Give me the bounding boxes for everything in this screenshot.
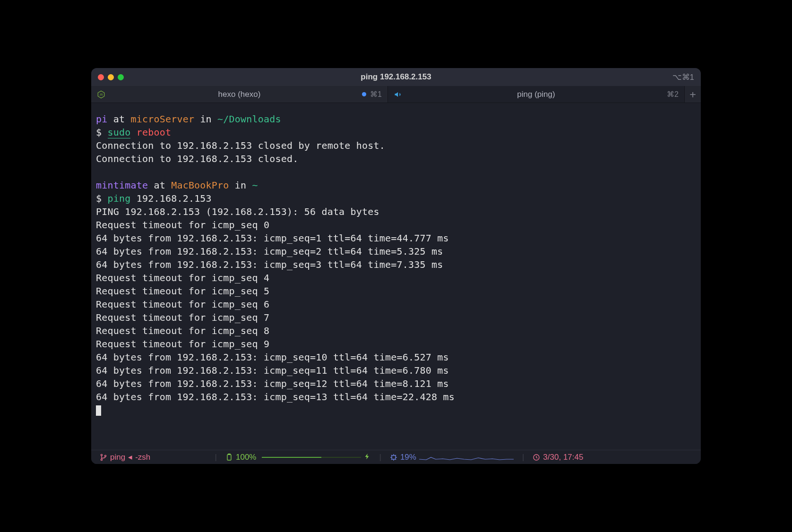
terminal-output[interactable]: pi at microServer in ~/Downloads $ sudo … [91, 103, 701, 450]
tab-shortcut: ⌘1 [370, 90, 382, 99]
cpu-icon [390, 454, 397, 461]
battery-value: 100% [236, 453, 256, 462]
output-line: Request timeout for icmp_seq 7 [96, 311, 696, 324]
cpu-value: 19% [400, 453, 416, 462]
bolt-icon [364, 453, 370, 462]
tab-shortcut: ⌘2 [667, 90, 679, 99]
minimize-button[interactable] [108, 74, 114, 80]
new-tab-button[interactable]: + [685, 86, 701, 103]
status-datetime: 3/30, 17:45 [529, 453, 587, 462]
prompt-path: ~/Downloads [217, 113, 281, 125]
cmd-reboot: reboot [137, 127, 171, 138]
tabbar: JS hexo (hexo) ⌘1 ping (ping) ⌘2 [91, 86, 701, 103]
battery-icon [225, 454, 233, 461]
maximize-button[interactable] [118, 74, 124, 80]
output-line: 64 bytes from 192.168.2.153: icmp_seq=2 … [96, 245, 696, 258]
output-line: 64 bytes from 192.168.2.153: icmp_seq=13… [96, 390, 696, 403]
output-line: Request timeout for icmp_seq 4 [96, 271, 696, 284]
command-line: $ sudo reboot [96, 126, 696, 139]
battery-graph [262, 457, 361, 458]
window-shortcut: ⌥⌘1 [672, 72, 694, 82]
command-line: $ ping 192.168.2.153 [96, 192, 696, 205]
status-cpu: 19% [386, 453, 517, 462]
activity-dot-icon [362, 92, 366, 96]
branch-icon [100, 454, 107, 461]
separator: | [377, 453, 383, 462]
prompt-path: ~ [252, 180, 258, 191]
output-line: 64 bytes from 192.168.2.153: icmp_seq=11… [96, 364, 696, 377]
output-line: 64 bytes from 192.168.2.153: icmp_seq=3 … [96, 258, 696, 271]
tab-label: ping (ping) [517, 90, 555, 99]
output-line: 64 bytes from 192.168.2.153: icmp_seq=1 … [96, 232, 696, 245]
prompt-host: MacBookPro [171, 180, 229, 191]
cmd-sudo: sudo [108, 127, 131, 138]
svg-point-4 [104, 455, 106, 456]
traffic-lights [98, 74, 124, 80]
statusbar: ping ◂ -zsh | 100% | [91, 450, 701, 464]
prompt-host: microServer [130, 113, 194, 125]
svg-rect-6 [228, 454, 230, 455]
svg-rect-5 [227, 455, 231, 460]
output-line: Connection to 192.168.2.153 closed. [96, 152, 696, 165]
nodejs-icon: JS [97, 90, 105, 99]
cursor [96, 405, 101, 416]
svg-rect-7 [392, 455, 396, 459]
status-battery: 100% [222, 453, 374, 462]
prompt-line: pi at microServer in ~/Downloads [96, 112, 696, 126]
close-button[interactable] [98, 74, 104, 80]
process-name: ping [110, 453, 125, 462]
separator: | [520, 453, 526, 462]
window-title: ping 192.168.2.153 [361, 72, 431, 82]
datetime-value: 3/30, 17:45 [543, 453, 583, 462]
svg-point-2 [101, 454, 102, 455]
tab-label: hexo (hexo) [218, 90, 261, 99]
output-line: Request timeout for icmp_seq 5 [96, 284, 696, 298]
separator: | [213, 453, 219, 462]
output-line: Request timeout for icmp_seq 0 [96, 218, 696, 232]
svg-text:JS: JS [99, 93, 103, 96]
output-line: 64 bytes from 192.168.2.153: icmp_seq=12… [96, 377, 696, 390]
clock-icon [533, 454, 540, 461]
output-line: Request timeout for icmp_seq 9 [96, 337, 696, 351]
prompt-line: mintimate at MacBookPro in ~ [96, 179, 696, 192]
shell-name: -zsh [135, 453, 150, 462]
output-line: Connection to 192.168.2.153 closed by re… [96, 139, 696, 152]
cmd-arg: 192.168.2.153 [137, 193, 212, 204]
caret-icon: ◂ [128, 452, 132, 462]
prompt-user: pi [96, 113, 107, 125]
output-line: 64 bytes from 192.168.2.153: icmp_seq=10… [96, 351, 696, 364]
titlebar: ping 192.168.2.153 ⌥⌘1 [91, 68, 701, 86]
output-line: PING 192.168.2.153 (192.168.2.153): 56 d… [96, 205, 696, 218]
prompt-user: mintimate [96, 180, 148, 191]
output-line: Request timeout for icmp_seq 6 [96, 298, 696, 311]
tab-ping[interactable]: ping (ping) ⌘2 [388, 86, 685, 103]
tab-hexo[interactable]: JS hexo (hexo) ⌘1 [91, 86, 388, 103]
output-line: Request timeout for icmp_seq 8 [96, 324, 696, 337]
svg-point-3 [101, 459, 102, 460]
status-process: ping ◂ -zsh [96, 452, 154, 462]
megaphone-icon [394, 90, 403, 99]
terminal-window: ping 192.168.2.153 ⌥⌘1 JS hexo (hexo) ⌘1 [91, 68, 701, 464]
cmd-ping: ping [108, 193, 131, 204]
cpu-graph [419, 454, 514, 461]
